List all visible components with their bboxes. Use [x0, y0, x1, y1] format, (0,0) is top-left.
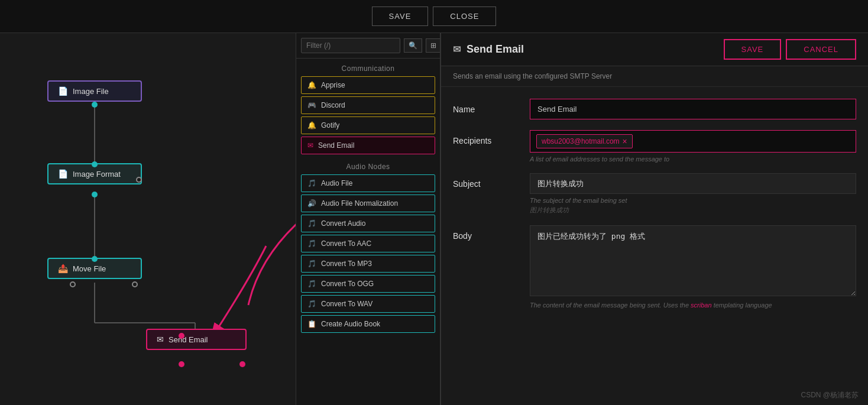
sidebar-item-convert-wav-label: Convert To WAV [321, 300, 373, 308]
subject-label: Subject [453, 173, 518, 189]
connector-dot [136, 177, 142, 183]
sidebar-item-gotify[interactable]: 🔔 Gotify [301, 116, 435, 134]
sidebar-item-discord-label: Discord [321, 101, 345, 109]
gotify-icon: 🔔 [307, 121, 316, 129]
name-label: Name [453, 99, 518, 114]
communication-section-label: Communication [301, 59, 435, 76]
settings-icon-btn[interactable]: ⊞ [426, 38, 441, 53]
node-send-email[interactable]: ✉ Send Email [146, 329, 247, 350]
connector-dot [179, 333, 184, 339]
send-email-sidebar-icon: ✉ [307, 141, 313, 150]
sidebar-item-convert-audio[interactable]: 🎵 Convert Audio [301, 215, 435, 232]
recipient-tag-email: wbsu2003@hotmail.com [542, 137, 620, 145]
body-form-row: Body 图片已经成功转为了 png 格式 The content of the… [453, 225, 856, 309]
convert-ogg-icon: 🎵 [307, 280, 316, 288]
connector-dot [92, 161, 98, 167]
convert-mp3-icon: 🎵 [307, 260, 316, 268]
top-bar: SAVE CLOSE [0, 0, 868, 33]
sidebar-item-convert-ogg-label: Convert To OGG [321, 280, 374, 288]
sidebar-item-convert-wav[interactable]: 🎵 Convert To WAV [301, 295, 435, 313]
audio-file-icon: 🎵 [307, 179, 316, 187]
right-panel-description: Sends an email using the configured SMTP… [441, 66, 868, 87]
move-file-icon: 📤 [58, 264, 68, 273]
right-panel-body: Name Recipients wbsu2003@hotmail.com × A… [441, 87, 868, 405]
sidebar-item-audio-file[interactable]: 🎵 Audio File [301, 174, 435, 192]
sidebar-item-send-email[interactable]: ✉ Send Email [301, 137, 435, 154]
sidebar-item-gotify-label: Gotify [321, 121, 339, 129]
filter-bar: 🔍 ⊞ [296, 33, 440, 59]
apprise-icon: 🔔 [307, 81, 316, 89]
convert-aac-icon: 🎵 [307, 239, 316, 248]
image-file-icon: 📄 [58, 86, 68, 96]
sidebar-item-discord[interactable]: 🎮 Discord [301, 96, 435, 114]
recipients-label: Recipients [453, 130, 518, 145]
recipients-input[interactable]: wbsu2003@hotmail.com × [530, 130, 856, 153]
recipients-hint: A list of email addresses to send the me… [530, 155, 856, 163]
create-audio-book-icon: 📋 [307, 320, 316, 328]
recipients-field-container: wbsu2003@hotmail.com × A list of email a… [530, 130, 856, 163]
node-image-format-label: Image Format [73, 170, 121, 179]
recipient-tag-0[interactable]: wbsu2003@hotmail.com × [536, 134, 633, 148]
subject-form-row: Subject The subject of the email being s… [453, 173, 856, 215]
right-save-button[interactable]: SAVE [724, 39, 782, 60]
sidebar-item-apprise-label: Apprise [321, 81, 345, 89]
node-move-file-label: Move File [73, 264, 106, 273]
name-field [530, 99, 856, 119]
subject-input[interactable] [530, 173, 856, 194]
sidebar-item-convert-aac-label: Convert To AAC [321, 239, 371, 248]
sidebar-item-audio-normalization[interactable]: 🔊 Audio File Normalization [301, 195, 435, 212]
sidebar-item-convert-mp3-label: Convert To MP3 [321, 260, 372, 268]
sidebar-item-create-audio-book[interactable]: 📋 Create Audio Book [301, 315, 435, 333]
connector-dot [179, 361, 184, 367]
node-image-file-label: Image File [73, 87, 109, 96]
node-send-email-label: Send Email [169, 335, 208, 344]
body-hint: The content of the email message being s… [530, 302, 856, 309]
convert-wav-icon: 🎵 [307, 300, 316, 308]
name-input[interactable] [530, 99, 856, 119]
sidebar-panel: 🔍 ⊞ Communication 🔔 Apprise 🎮 Discord 🔔 … [296, 33, 441, 405]
sidebar-item-convert-ogg[interactable]: 🎵 Convert To OGG [301, 275, 435, 293]
right-cancel-button[interactable]: CANCEL [786, 39, 856, 60]
sidebar-item-audio-file-label: Audio File [321, 179, 352, 187]
connector-dot [239, 361, 245, 367]
scriban-link[interactable]: scriban [691, 302, 711, 309]
sidebar-item-convert-aac[interactable]: 🎵 Convert To AAC [301, 235, 435, 252]
subject-field-container: The subject of the email being set 图片转换成… [530, 173, 856, 215]
sidebar-item-convert-mp3[interactable]: 🎵 Convert To MP3 [301, 255, 435, 273]
recipient-tag-remove[interactable]: × [623, 137, 627, 146]
recipients-form-row: Recipients wbsu2003@hotmail.com × A list… [453, 130, 856, 163]
sidebar-item-apprise[interactable]: 🔔 Apprise [301, 76, 435, 94]
right-panel-title-icon: ✉ [453, 44, 461, 55]
filter-input[interactable] [301, 38, 400, 53]
convert-audio-icon: 🎵 [307, 219, 316, 228]
sidebar-item-send-email-label: Send Email [318, 141, 354, 150]
connector-dot [92, 256, 98, 262]
name-form-row: Name [453, 99, 856, 119]
sidebar-item-create-audio-book-label: Create Audio Book [321, 320, 380, 328]
canvas-area: 📄 Image File 📄 Image Format 📤 Move File … [0, 33, 296, 405]
body-label: Body [453, 225, 518, 241]
watermark: CSDN @杨浦老苏 [801, 390, 859, 400]
connector-dot [132, 281, 138, 287]
connector-dot [92, 192, 98, 197]
audio-nodes-section-label: Audio Nodes [301, 157, 435, 174]
image-format-icon: 📄 [58, 169, 68, 179]
close-button[interactable]: CLOSE [433, 7, 496, 26]
main-area: 📄 Image File 📄 Image Format 📤 Move File … [0, 33, 868, 405]
audio-normalization-icon: 🔊 [307, 199, 316, 208]
send-email-node-icon: ✉ [157, 335, 164, 344]
sidebar-item-convert-audio-label: Convert Audio [321, 219, 365, 228]
subject-placeholder-hint: 图片转换成功 [530, 206, 856, 215]
body-field-container: 图片已经成功转为了 png 格式 The content of the emai… [530, 225, 856, 309]
right-panel-title-area: ✉ Send Email [453, 43, 524, 56]
node-image-file[interactable]: 📄 Image File [47, 80, 142, 102]
connector-dot [92, 102, 98, 108]
node-list: Communication 🔔 Apprise 🎮 Discord 🔔 Goti… [296, 59, 440, 405]
subject-hint: The subject of the email being set [530, 197, 856, 204]
sidebar-item-audio-normalization-label: Audio File Normalization [321, 199, 398, 208]
right-panel-title: Send Email [467, 43, 524, 56]
right-panel-header: ✉ Send Email SAVE CANCEL [441, 33, 868, 66]
search-icon-btn[interactable]: 🔍 [404, 38, 422, 53]
body-textarea[interactable]: 图片已经成功转为了 png 格式 [530, 225, 856, 296]
save-button[interactable]: SAVE [372, 7, 429, 26]
